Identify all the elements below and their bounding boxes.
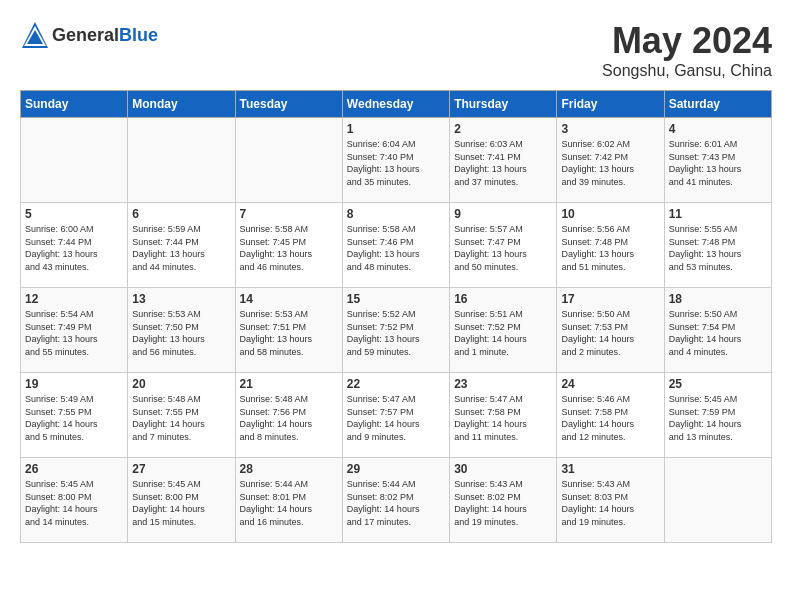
calendar-body: 1Sunrise: 6:04 AM Sunset: 7:40 PM Daylig… <box>21 118 772 543</box>
calendar-cell: 5Sunrise: 6:00 AM Sunset: 7:44 PM Daylig… <box>21 203 128 288</box>
day-info: Sunrise: 5:59 AM Sunset: 7:44 PM Dayligh… <box>132 223 230 273</box>
day-info: Sunrise: 5:56 AM Sunset: 7:48 PM Dayligh… <box>561 223 659 273</box>
day-number: 19 <box>25 377 123 391</box>
day-number: 18 <box>669 292 767 306</box>
day-number: 23 <box>454 377 552 391</box>
calendar-cell: 27Sunrise: 5:45 AM Sunset: 8:00 PM Dayli… <box>128 458 235 543</box>
calendar-cell: 23Sunrise: 5:47 AM Sunset: 7:58 PM Dayli… <box>450 373 557 458</box>
day-info: Sunrise: 6:04 AM Sunset: 7:40 PM Dayligh… <box>347 138 445 188</box>
calendar-week-5: 26Sunrise: 5:45 AM Sunset: 8:00 PM Dayli… <box>21 458 772 543</box>
calendar-cell: 15Sunrise: 5:52 AM Sunset: 7:52 PM Dayli… <box>342 288 449 373</box>
day-number: 5 <box>25 207 123 221</box>
day-info: Sunrise: 6:03 AM Sunset: 7:41 PM Dayligh… <box>454 138 552 188</box>
calendar-cell: 4Sunrise: 6:01 AM Sunset: 7:43 PM Daylig… <box>664 118 771 203</box>
calendar-week-3: 12Sunrise: 5:54 AM Sunset: 7:49 PM Dayli… <box>21 288 772 373</box>
day-info: Sunrise: 5:53 AM Sunset: 7:50 PM Dayligh… <box>132 308 230 358</box>
day-info: Sunrise: 5:45 AM Sunset: 8:00 PM Dayligh… <box>132 478 230 528</box>
day-number: 6 <box>132 207 230 221</box>
day-number: 1 <box>347 122 445 136</box>
calendar-cell: 8Sunrise: 5:58 AM Sunset: 7:46 PM Daylig… <box>342 203 449 288</box>
calendar-cell: 1Sunrise: 6:04 AM Sunset: 7:40 PM Daylig… <box>342 118 449 203</box>
calendar-cell: 2Sunrise: 6:03 AM Sunset: 7:41 PM Daylig… <box>450 118 557 203</box>
day-info: Sunrise: 5:44 AM Sunset: 8:02 PM Dayligh… <box>347 478 445 528</box>
day-info: Sunrise: 5:48 AM Sunset: 7:56 PM Dayligh… <box>240 393 338 443</box>
day-info: Sunrise: 5:57 AM Sunset: 7:47 PM Dayligh… <box>454 223 552 273</box>
day-number: 9 <box>454 207 552 221</box>
calendar-cell: 20Sunrise: 5:48 AM Sunset: 7:55 PM Dayli… <box>128 373 235 458</box>
day-info: Sunrise: 5:50 AM Sunset: 7:53 PM Dayligh… <box>561 308 659 358</box>
day-info: Sunrise: 6:00 AM Sunset: 7:44 PM Dayligh… <box>25 223 123 273</box>
page-header: GeneralBlue May 2024 Songshu, Gansu, Chi… <box>20 20 772 80</box>
day-info: Sunrise: 5:51 AM Sunset: 7:52 PM Dayligh… <box>454 308 552 358</box>
weekday-saturday: Saturday <box>664 91 771 118</box>
calendar-cell: 3Sunrise: 6:02 AM Sunset: 7:42 PM Daylig… <box>557 118 664 203</box>
calendar-cell: 6Sunrise: 5:59 AM Sunset: 7:44 PM Daylig… <box>128 203 235 288</box>
day-number: 17 <box>561 292 659 306</box>
day-info: Sunrise: 5:50 AM Sunset: 7:54 PM Dayligh… <box>669 308 767 358</box>
day-number: 27 <box>132 462 230 476</box>
day-number: 4 <box>669 122 767 136</box>
month-title: May 2024 <box>602 20 772 62</box>
weekday-header-row: SundayMondayTuesdayWednesdayThursdayFrid… <box>21 91 772 118</box>
day-number: 26 <box>25 462 123 476</box>
calendar-cell: 26Sunrise: 5:45 AM Sunset: 8:00 PM Dayli… <box>21 458 128 543</box>
calendar-cell: 28Sunrise: 5:44 AM Sunset: 8:01 PM Dayli… <box>235 458 342 543</box>
calendar-cell: 25Sunrise: 5:45 AM Sunset: 7:59 PM Dayli… <box>664 373 771 458</box>
day-number: 2 <box>454 122 552 136</box>
location-title: Songshu, Gansu, China <box>602 62 772 80</box>
calendar-cell: 29Sunrise: 5:44 AM Sunset: 8:02 PM Dayli… <box>342 458 449 543</box>
day-info: Sunrise: 5:58 AM Sunset: 7:45 PM Dayligh… <box>240 223 338 273</box>
day-number: 25 <box>669 377 767 391</box>
calendar-cell: 11Sunrise: 5:55 AM Sunset: 7:48 PM Dayli… <box>664 203 771 288</box>
logo-icon <box>20 20 50 50</box>
day-info: Sunrise: 5:54 AM Sunset: 7:49 PM Dayligh… <box>25 308 123 358</box>
logo: GeneralBlue <box>20 20 158 50</box>
day-number: 16 <box>454 292 552 306</box>
day-number: 30 <box>454 462 552 476</box>
calendar-cell: 17Sunrise: 5:50 AM Sunset: 7:53 PM Dayli… <box>557 288 664 373</box>
weekday-tuesday: Tuesday <box>235 91 342 118</box>
weekday-monday: Monday <box>128 91 235 118</box>
day-number: 31 <box>561 462 659 476</box>
day-number: 13 <box>132 292 230 306</box>
day-info: Sunrise: 5:58 AM Sunset: 7:46 PM Dayligh… <box>347 223 445 273</box>
day-number: 15 <box>347 292 445 306</box>
day-number: 12 <box>25 292 123 306</box>
day-number: 21 <box>240 377 338 391</box>
day-info: Sunrise: 5:48 AM Sunset: 7:55 PM Dayligh… <box>132 393 230 443</box>
day-number: 8 <box>347 207 445 221</box>
calendar-week-4: 19Sunrise: 5:49 AM Sunset: 7:55 PM Dayli… <box>21 373 772 458</box>
day-info: Sunrise: 5:53 AM Sunset: 7:51 PM Dayligh… <box>240 308 338 358</box>
day-number: 3 <box>561 122 659 136</box>
calendar-cell: 22Sunrise: 5:47 AM Sunset: 7:57 PM Dayli… <box>342 373 449 458</box>
day-info: Sunrise: 5:44 AM Sunset: 8:01 PM Dayligh… <box>240 478 338 528</box>
calendar-week-1: 1Sunrise: 6:04 AM Sunset: 7:40 PM Daylig… <box>21 118 772 203</box>
calendar-cell: 14Sunrise: 5:53 AM Sunset: 7:51 PM Dayli… <box>235 288 342 373</box>
day-info: Sunrise: 5:43 AM Sunset: 8:02 PM Dayligh… <box>454 478 552 528</box>
calendar-cell <box>664 458 771 543</box>
day-info: Sunrise: 5:45 AM Sunset: 8:00 PM Dayligh… <box>25 478 123 528</box>
day-info: Sunrise: 5:46 AM Sunset: 7:58 PM Dayligh… <box>561 393 659 443</box>
day-info: Sunrise: 6:02 AM Sunset: 7:42 PM Dayligh… <box>561 138 659 188</box>
weekday-wednesday: Wednesday <box>342 91 449 118</box>
calendar-cell: 31Sunrise: 5:43 AM Sunset: 8:03 PM Dayli… <box>557 458 664 543</box>
weekday-sunday: Sunday <box>21 91 128 118</box>
calendar-cell: 24Sunrise: 5:46 AM Sunset: 7:58 PM Dayli… <box>557 373 664 458</box>
calendar-table: SundayMondayTuesdayWednesdayThursdayFrid… <box>20 90 772 543</box>
day-number: 24 <box>561 377 659 391</box>
calendar-cell: 12Sunrise: 5:54 AM Sunset: 7:49 PM Dayli… <box>21 288 128 373</box>
day-info: Sunrise: 5:49 AM Sunset: 7:55 PM Dayligh… <box>25 393 123 443</box>
calendar-cell: 21Sunrise: 5:48 AM Sunset: 7:56 PM Dayli… <box>235 373 342 458</box>
calendar-cell: 30Sunrise: 5:43 AM Sunset: 8:02 PM Dayli… <box>450 458 557 543</box>
logo-text-blue: Blue <box>119 25 158 45</box>
calendar-cell <box>21 118 128 203</box>
day-info: Sunrise: 5:52 AM Sunset: 7:52 PM Dayligh… <box>347 308 445 358</box>
calendar-cell <box>128 118 235 203</box>
day-number: 22 <box>347 377 445 391</box>
day-number: 20 <box>132 377 230 391</box>
calendar-week-2: 5Sunrise: 6:00 AM Sunset: 7:44 PM Daylig… <box>21 203 772 288</box>
day-number: 7 <box>240 207 338 221</box>
calendar-cell: 19Sunrise: 5:49 AM Sunset: 7:55 PM Dayli… <box>21 373 128 458</box>
weekday-friday: Friday <box>557 91 664 118</box>
calendar-cell: 7Sunrise: 5:58 AM Sunset: 7:45 PM Daylig… <box>235 203 342 288</box>
